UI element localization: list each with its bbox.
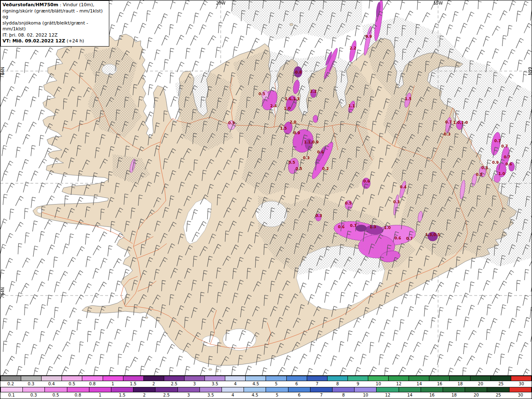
precip-value-label: 0.7 xyxy=(406,236,413,241)
small-island xyxy=(209,369,212,370)
precip-value-label: 0.7 xyxy=(504,155,510,159)
rain-colorbar-segment xyxy=(0,376,21,381)
precip-cell xyxy=(356,225,367,232)
colorbar-tick-label: 6 xyxy=(288,392,310,398)
rain-colorbar-segment xyxy=(164,376,184,381)
precip-value-label: 2.2 xyxy=(310,89,317,94)
precip-value-label: 0.6 xyxy=(363,179,370,183)
precip-value-label: 0.5 xyxy=(259,92,265,96)
precip-value-label: 0.6 xyxy=(317,150,324,154)
map-title-rest: : Vindur (10m), xyxy=(58,2,94,7)
colorbar-tick-label: 2.5 xyxy=(164,381,184,387)
latitude-label-left: 66N xyxy=(0,67,5,75)
colorbar-tick-label: 8 xyxy=(328,381,348,387)
colorbar-tick-label: 0.4 xyxy=(41,381,62,387)
precip-value-label: 1.3,0.5 xyxy=(425,233,440,237)
snow-colorbar-segment xyxy=(332,387,354,392)
rain-colorbar-segment xyxy=(368,376,388,381)
colorbar-tick-label: 0.8 xyxy=(82,381,103,387)
longitude-label: 20W xyxy=(216,1,226,5)
rain-colorbar-segment xyxy=(123,376,143,381)
precip-value-label: 0.7 xyxy=(350,224,357,228)
precip-value-label: 1.0 xyxy=(498,172,505,176)
colorbar-tick-label: 0.5 xyxy=(45,392,67,398)
snow-colorbar-segment xyxy=(399,387,421,392)
colorbar-tick-label: 0.3 xyxy=(21,381,41,387)
weather-map-page: { "header": { "title_bold": "Veðurstofan… xyxy=(0,0,532,399)
colorbar-tick-label: 25 xyxy=(491,381,511,387)
snow-colorbar-segment xyxy=(266,387,288,392)
colorbar-tick-label: 4 xyxy=(225,381,246,387)
snow-colorbar-segment xyxy=(509,387,532,392)
snow-colorbar-labels: 0.10.30.50.811.522.533.544.5567810121416… xyxy=(0,392,532,398)
rain-colorbar-segment xyxy=(286,376,307,381)
rain-colorbar-segment xyxy=(490,376,511,381)
snow-colorbar-segment xyxy=(44,387,66,392)
rain-colorbar-segment xyxy=(327,376,347,381)
snow-colorbar-segment xyxy=(67,387,89,392)
precip-value-label: 0.3 xyxy=(444,132,451,136)
colorbar-tick-label: 4.5 xyxy=(244,392,266,398)
snow-colorbar-segment xyxy=(310,387,332,392)
rain-colorbar-segment xyxy=(184,376,204,381)
colorbar-tick-label: 25 xyxy=(488,392,510,398)
weather-map: 0.92.20.80.52.41.6,1.31.02.21.11.50.52.0… xyxy=(0,0,532,376)
precip-value-label: 1.6,1.3 xyxy=(285,97,299,101)
snow-colorbar-segment xyxy=(200,387,222,392)
latitude-label-left: 64N xyxy=(0,287,5,296)
init-time: IT: þri. 08. 02. 2022 12Z xyxy=(2,32,106,39)
rain-colorbar-segment xyxy=(41,376,62,381)
colorbar-tick-label: 3 xyxy=(184,381,204,387)
precip-value-label: 0.3 xyxy=(315,214,322,218)
colorbar-tick-label: 16 xyxy=(429,381,450,387)
precip-value-label: 0.6 xyxy=(338,225,345,229)
colorbar-tick-label: 2.5 xyxy=(155,392,177,398)
colorbar-tick-label: 16 xyxy=(421,392,443,398)
colorbar-tick-label: 0.5 xyxy=(62,381,82,387)
snow-colorbar-segment xyxy=(222,387,244,392)
colorbar-tick-label: 1 xyxy=(89,392,111,398)
snow-colorbar-segment xyxy=(155,387,177,392)
precip-value-label: 0.4 xyxy=(400,185,406,189)
latitude-label-right: 66N xyxy=(527,67,532,75)
precip-value-label: 1.5 xyxy=(405,97,411,101)
precip-value-label: 2.0 xyxy=(290,120,296,124)
precip-value-label: 2.2 xyxy=(350,46,356,50)
colorbar-tick-label: 14 xyxy=(409,381,429,387)
rain-colorbar-segment xyxy=(204,376,225,381)
colorbar-tick-label: 1.5 xyxy=(111,392,133,398)
rain-colorbar-segment xyxy=(266,376,286,381)
precip-value-label: 0.9 xyxy=(492,160,499,165)
precip-value-label: 0.7 xyxy=(445,120,452,124)
colorbar-tick-label: 0.2 xyxy=(0,381,21,387)
precip-value-label: 0.5 xyxy=(296,167,302,171)
rain-colorbar-segment xyxy=(307,376,327,381)
precip-value-label: 0.3 xyxy=(303,156,310,160)
snow-colorbar-segment xyxy=(89,387,111,392)
rain-colorbar-segment xyxy=(143,376,164,381)
snow-colorbar-segment xyxy=(177,387,200,392)
legend-line-snow: slydda/snjókoma (grátt/bleikt/grænt - mm… xyxy=(2,20,106,32)
colorbar-tick-label: 7 xyxy=(310,392,332,398)
precip-value-label: 0.5 xyxy=(345,201,352,205)
precip-value-label: 1.1,0.9 xyxy=(304,140,318,144)
snow-colorbar-segment xyxy=(487,387,509,392)
colorbar-tick-label: 30 xyxy=(511,381,532,387)
snow-colorbar-segment xyxy=(111,387,133,392)
snow-colorbar-segment xyxy=(133,387,155,392)
rain-colorbar-segment xyxy=(449,376,470,381)
glacier-snaefellsjokull xyxy=(37,208,43,213)
colorbar-tick-label: 7 xyxy=(307,381,327,387)
rain-colorbar-segment xyxy=(409,376,429,381)
precip-cell xyxy=(313,115,318,123)
model-name: Veðurstofan/HM750m xyxy=(2,2,58,7)
colorbar-tick-label: 18 xyxy=(443,392,465,398)
colorbar-tick-label: 10 xyxy=(355,392,377,398)
weather-map-frame: 0.92.20.80.52.41.6,1.31.02.21.11.50.52.0… xyxy=(0,0,532,399)
precip-value-label: 1.0 xyxy=(284,106,291,111)
precip-value-label: 0.3 xyxy=(481,166,488,170)
snow-colorbar-segment xyxy=(421,387,443,392)
colorbar-tick-label: 10 xyxy=(368,381,389,387)
rain-colorbar-segment xyxy=(225,376,245,381)
colorbar-tick-label: 4 xyxy=(222,392,244,398)
